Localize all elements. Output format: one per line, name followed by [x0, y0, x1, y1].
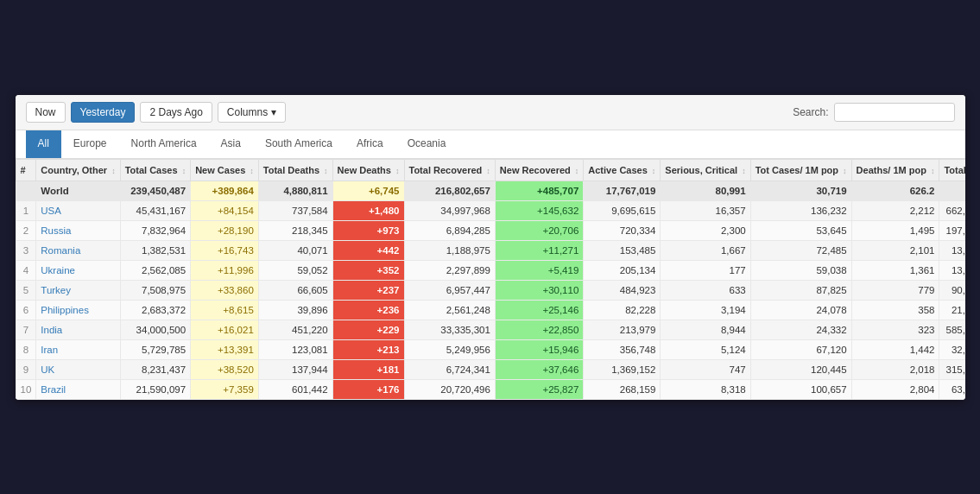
- row-new-recovered: +15,946: [495, 339, 583, 359]
- row-serious: 5,124: [661, 339, 750, 359]
- tab-europe[interactable]: Europe: [61, 130, 119, 158]
- table-row: 2 Russia 7,832,964 +28,190 218,345 +973 …: [16, 220, 965, 240]
- main-container: Now Yesterday 2 Days Ago Columns ▾ Searc…: [16, 95, 965, 400]
- row-new-deaths: +229: [332, 320, 404, 339]
- row-country[interactable]: UK: [36, 359, 120, 379]
- row-serious: 8,318: [661, 379, 750, 399]
- row-new-cases: +38,520: [191, 359, 259, 379]
- country-link[interactable]: Ukraine: [41, 265, 75, 276]
- row-country[interactable]: Iran: [36, 339, 120, 359]
- world-row: World 239,450,487 +389,864 4,880,811 +6,…: [16, 180, 965, 200]
- row-country[interactable]: India: [36, 320, 120, 339]
- row-active-cases: 356,748: [584, 339, 661, 359]
- row-country[interactable]: Russia: [36, 220, 120, 240]
- row-total-tests: 13,583,662: [939, 240, 965, 260]
- now-button[interactable]: Now: [26, 102, 66, 123]
- table-row: 7 India 34,000,500 +16,021 451,220 +229 …: [16, 320, 965, 339]
- row-active-cases: 484,923: [584, 280, 661, 300]
- row-country[interactable]: Romania: [36, 240, 120, 260]
- col-deaths-1m[interactable]: Deaths/ 1M pop ↕: [851, 159, 939, 180]
- row-total-cases: 7,508,975: [120, 280, 191, 300]
- row-tot-cases-1m: 24,332: [750, 320, 851, 339]
- table-row: 3 Romania 1,382,531 +16,743 40,071 +442 …: [16, 240, 965, 260]
- row-tot-cases-1m: 100,657: [750, 379, 851, 399]
- col-new-recovered[interactable]: New Recovered ↕: [495, 159, 583, 180]
- country-link[interactable]: Russia: [41, 225, 71, 236]
- row-num: 10: [16, 379, 36, 399]
- world-total-cases: 239,450,487: [120, 180, 191, 200]
- row-new-deaths: +176: [332, 379, 404, 399]
- row-deaths-1m: 1,442: [851, 339, 939, 359]
- country-link[interactable]: USA: [41, 206, 61, 216]
- col-tot-cases-1m[interactable]: Tot Cases/ 1M pop ↕: [750, 159, 851, 180]
- row-new-cases: +16,743: [191, 240, 259, 260]
- tab-all[interactable]: All: [26, 130, 61, 158]
- row-serious: 177: [661, 260, 750, 280]
- country-link[interactable]: Romania: [41, 245, 80, 256]
- col-num[interactable]: #: [16, 159, 36, 180]
- row-tot-cases-1m: 53,645: [750, 220, 851, 240]
- two-days-ago-button[interactable]: 2 Days Ago: [140, 102, 212, 123]
- table-row: 6 Philippines 2,683,372 +8,615 39,896 +2…: [16, 300, 965, 320]
- col-total-deaths[interactable]: Total Deaths ↕: [258, 159, 332, 180]
- row-country[interactable]: Turkey: [36, 280, 120, 300]
- tab-africa[interactable]: Africa: [345, 130, 395, 158]
- row-new-deaths: +213: [332, 339, 404, 359]
- col-new-cases[interactable]: New Cases ↕: [191, 159, 259, 180]
- tab-north-america[interactable]: North America: [119, 130, 209, 158]
- row-new-recovered: +20,706: [495, 220, 583, 240]
- row-country[interactable]: Brazil: [36, 379, 120, 399]
- country-link[interactable]: UK: [41, 364, 54, 375]
- columns-dropdown[interactable]: Columns ▾: [218, 102, 286, 123]
- world-new-deaths: +6,745: [332, 180, 404, 200]
- col-serious[interactable]: Serious, Critical ↕: [661, 159, 750, 180]
- row-total-cases: 2,562,085: [120, 260, 191, 280]
- row-country[interactable]: Philippines: [36, 300, 120, 320]
- row-total-recovered: 6,724,341: [404, 359, 495, 379]
- col-total-cases[interactable]: Total Cases ↕: [120, 159, 191, 180]
- col-active-cases[interactable]: Active Cases ↕: [584, 159, 661, 180]
- country-link[interactable]: India: [41, 325, 62, 335]
- row-total-deaths: 137,944: [258, 359, 332, 379]
- row-tot-cases-1m: 120,445: [750, 359, 851, 379]
- country-link[interactable]: Brazil: [41, 384, 66, 395]
- row-country[interactable]: Ukraine: [36, 260, 120, 280]
- world-active-cases: 17,767,019: [584, 180, 661, 200]
- row-new-recovered: +145,632: [495, 200, 583, 220]
- col-new-deaths[interactable]: New Deaths ↕: [332, 159, 404, 180]
- tab-oceania[interactable]: Oceania: [395, 130, 458, 158]
- yesterday-button[interactable]: Yesterday: [71, 102, 136, 123]
- row-deaths-1m: 358: [851, 300, 939, 320]
- row-total-recovered: 1,188,975: [404, 240, 495, 260]
- row-tot-cases-1m: 72,485: [750, 240, 851, 260]
- row-total-cases: 34,000,500: [120, 320, 191, 339]
- row-num: 1: [16, 200, 36, 220]
- tab-asia[interactable]: Asia: [209, 130, 253, 158]
- col-country[interactable]: Country, Other ↕: [36, 159, 120, 180]
- row-total-tests: 63,776,166: [939, 379, 965, 399]
- row-total-deaths: 39,896: [258, 300, 332, 320]
- row-country[interactable]: USA: [36, 200, 120, 220]
- country-link[interactable]: Turkey: [41, 285, 71, 295]
- search-input[interactable]: [834, 103, 955, 122]
- col-total-recovered[interactable]: Total Recovered ↕: [404, 159, 495, 180]
- row-total-deaths: 601,442: [258, 379, 332, 399]
- row-tot-cases-1m: 59,038: [750, 260, 851, 280]
- country-link[interactable]: Philippines: [41, 305, 89, 315]
- row-new-recovered: +5,419: [495, 260, 583, 280]
- row-total-tests: 315,278,717: [939, 359, 965, 379]
- country-link[interactable]: Iran: [41, 345, 58, 355]
- row-total-cases: 2,683,372: [120, 300, 191, 320]
- row-total-deaths: 59,052: [258, 260, 332, 280]
- row-new-recovered: +37,646: [495, 359, 583, 379]
- tab-south-america[interactable]: South America: [253, 130, 345, 158]
- row-new-deaths: +352: [332, 260, 404, 280]
- col-total-tests[interactable]: Total Tests ↕: [939, 159, 965, 180]
- row-total-cases: 1,382,531: [120, 240, 191, 260]
- row-new-recovered: +25,827: [495, 379, 583, 399]
- row-total-tests: 197,600,000: [939, 220, 965, 240]
- row-total-deaths: 737,584: [258, 200, 332, 220]
- row-new-cases: +11,996: [191, 260, 259, 280]
- row-deaths-1m: 2,804: [851, 379, 939, 399]
- row-total-cases: 7,832,964: [120, 220, 191, 240]
